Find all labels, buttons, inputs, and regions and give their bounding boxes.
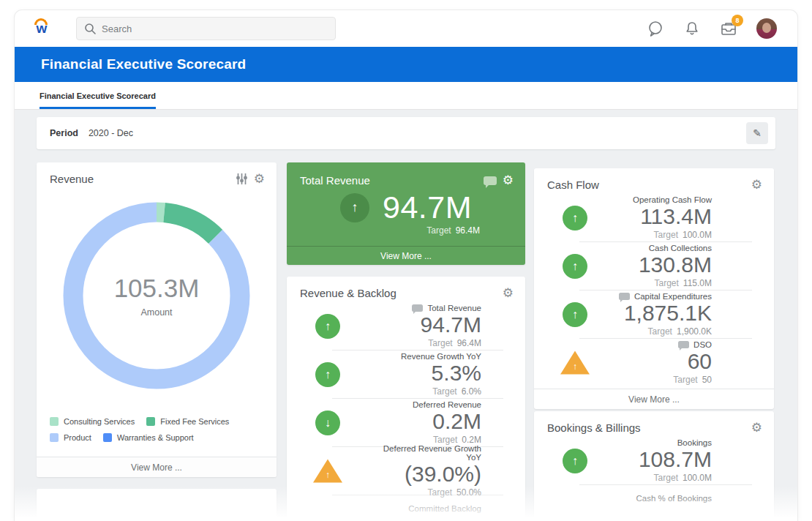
partial-card [37,489,277,521]
gear-icon[interactable]: ⚙ [254,173,265,185]
kpi-label: Bookings [616,438,712,447]
kpi-row: ↑ Bookings 108.7M Target100.0M [534,437,774,484]
search-input[interactable] [102,23,307,34]
kpi-target: Target100.0M [616,230,712,240]
status-icon: ↑ [563,302,587,327]
app-window: w 8 Financial Executive Scorecard Financ… [15,10,797,521]
bookings-billings-title: Bookings & Billings [547,421,641,434]
kpi-row: ↑ Revenue Growth YoY 5.3% Target6.0% [287,351,525,398]
search-icon [84,23,96,34]
kpi-label: Deferred Revenue [369,400,481,409]
revenue-card-title: Revenue [50,173,94,185]
period-bar: Period 2020 - Dec ✎ [37,117,775,149]
logo-letter: w [32,20,51,37]
chat-icon[interactable] [647,20,664,37]
cash-flow-view-more[interactable]: View More ... [534,389,774,409]
kpi-target: Target0.2M [369,435,481,445]
legend-swatch [103,433,112,442]
kpi-target: Target115.0M [616,278,712,288]
kpi-label: Revenue Growth YoY [369,352,481,361]
kpi-row: ↑ Deferred Revenue Growth YoY (39.0%) Ta… [287,447,525,495]
total-revenue-card: Total Revenue ⚙ ↑ 94.7M Target96.4M View… [287,162,525,265]
search-bar[interactable] [76,17,336,40]
cash-flow-title: Cash Flow [547,179,599,191]
period-label: Period [50,128,78,138]
tab-bar: Financial Executive Scorecard [15,82,797,110]
status-icon: ↑ [563,254,587,279]
revenue-backlog-card: Revenue & Backlog ⚙ ↑ Total Revenue 94.7… [287,277,525,521]
inbox-badge: 8 [732,15,743,26]
period-value: 2020 - Dec [89,128,133,138]
status-icon: ↑ [563,449,587,473]
inbox-tray-icon[interactable]: 8 [720,20,737,37]
status-icon: ↑ [315,362,340,387]
kpi-value: 130.8M [616,252,712,278]
cash-flow-card: Cash Flow ⚙ ↑ Operating Cash Flow 113.4M… [534,168,774,409]
revenue-card: Revenue ⚙ 105.3M Amount Consulting Servi… [37,162,277,477]
legend-item: Consulting Services [50,417,135,426]
kpi-row: ↓ Deferred Revenue 0.2M Target0.2M [287,399,525,446]
revenue-donut: 105.3M Amount [63,202,250,389]
kpi-row: ↑ Capital Expenditures 1,875.1K Target1,… [534,291,774,338]
comment-icon[interactable] [484,176,497,185]
gear-icon[interactable]: ⚙ [751,421,762,434]
status-icon: ↑ [315,314,340,339]
next-kpi-label-partial: Cash % of Bookings [534,494,774,503]
revenue-backlog-title: Revenue & Backlog [300,287,396,299]
comment-icon[interactable] [678,341,689,348]
kpi-value: 108.7M [616,447,712,473]
revenue-view-more[interactable]: View More ... [37,457,277,477]
notifications-bell-icon[interactable] [683,20,701,37]
workday-logo[interactable]: w [32,18,51,40]
kpi-value: 1,875.1K [616,301,712,326]
kpi-value: 60 [616,349,712,375]
kpi-value: (39.0%) [369,462,481,487]
gear-icon[interactable]: ⚙ [503,173,514,188]
gear-icon[interactable]: ⚙ [503,287,514,299]
status-up-icon: ↑ [340,193,369,222]
top-bar: w 8 [15,10,797,47]
kpi-label: Deferred Revenue Growth YoY [369,444,481,462]
legend-item: Product [50,433,91,442]
user-avatar[interactable] [756,18,777,39]
kpi-target: Target50.0% [369,487,481,498]
comment-icon[interactable] [619,293,630,300]
total-revenue-target: Target96.4M [287,225,525,236]
kpi-label: DSO [616,340,712,349]
legend-swatch [50,433,59,442]
gear-icon[interactable]: ⚙ [751,179,762,191]
page-title: Financial Executive Scorecard [41,56,246,72]
kpi-target: Target6.0% [369,386,481,397]
total-revenue-title: Total Revenue [300,174,370,187]
kpi-value: 113.4M [616,204,712,230]
total-revenue-view-more[interactable]: View More ... [287,246,525,265]
comment-icon[interactable] [412,304,423,312]
legend-swatch [50,417,59,426]
kpi-target: Target1,900.0K [616,326,712,337]
total-revenue-value: 94.7M [383,190,472,225]
kpi-value: 94.7M [369,312,481,338]
donut-center-value: 105.3M [114,274,200,303]
bookings-billings-card: Bookings & Billings ⚙ ↑ Bookings 108.7M … [534,411,774,521]
chart-settings-icon[interactable] [236,173,248,185]
kpi-target: Target96.4M [369,338,481,348]
tab-financial-executive-scorecard[interactable]: Financial Executive Scorecard [40,91,156,109]
kpi-target: Target100.0M [616,473,712,483]
legend-item: Fixed Fee Services [146,417,229,426]
kpi-label: Capital Expenditures [616,292,712,301]
kpi-row: ↑ DSO 60 Target50 [534,339,774,386]
edit-period-button[interactable]: ✎ [746,122,768,144]
status-icon: ↑ [563,206,587,230]
donut-center-label: Amount [140,307,172,318]
kpi-row: ↑ Cash Collections 130.8M Target115.0M [534,242,774,290]
status-icon: ↑ [560,350,590,375]
status-icon: ↑ [313,458,342,484]
kpi-label: Total Revenue [369,304,481,312]
legend-swatch [146,417,155,426]
kpi-value: 5.3% [369,361,481,386]
kpi-row: ↑ Total Revenue 94.7M Target96.4M [287,302,525,350]
kpi-label: Cash Collections [616,244,712,252]
legend-item: Warranties & Support [103,433,194,442]
donut-legend: Consulting Services Fixed Fee Services P… [50,417,269,442]
kpi-row: ↑ Operating Cash Flow 113.4M Target100.0… [534,194,774,241]
